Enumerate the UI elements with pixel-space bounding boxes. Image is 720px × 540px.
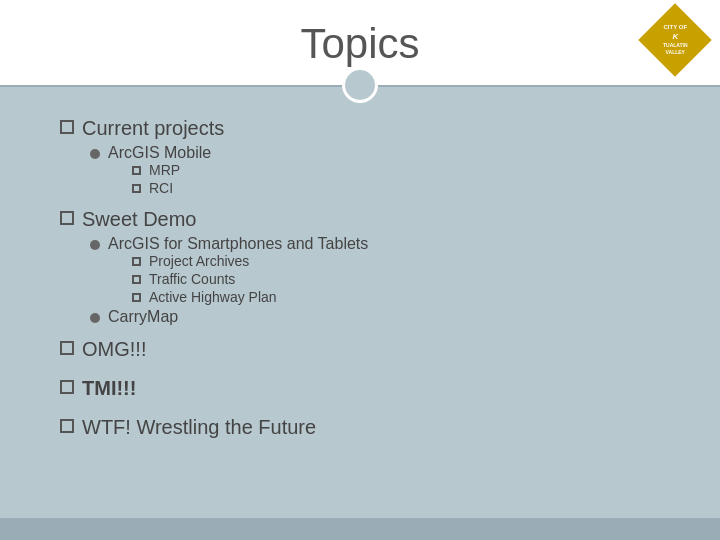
slide-title: Topics <box>300 10 419 68</box>
sub-sub-label: Traffic Counts <box>149 271 235 287</box>
sub-sub-bullet-mrp: MRP <box>132 162 211 178</box>
sub-sub-bullet-active-highway: Active Highway Plan <box>132 289 368 305</box>
bullet-label: Sweet Demo <box>82 208 197 231</box>
logo-diamond: CITY OF K TUALATIN VALLEY <box>638 3 712 77</box>
sub-label: ArcGIS Mobile <box>108 144 211 161</box>
sub-items: ArcGIS for Smartphones and Tablets Proje… <box>90 235 680 326</box>
sub-sub-label: Active Highway Plan <box>149 289 277 305</box>
bullet-square-icon <box>60 211 74 225</box>
slide-content: Current projects ArcGIS Mobile MRP <box>0 87 720 518</box>
bullet-sweet-demo: Sweet Demo ArcGIS for Smartphones and Ta… <box>60 208 680 326</box>
small-square-icon <box>132 257 141 266</box>
header-circle <box>342 67 378 103</box>
sub-items: ArcGIS Mobile MRP RCI <box>90 144 680 196</box>
bullet-square-icon <box>60 120 74 134</box>
slide-header: Topics CITY OF K TUALATIN VALLEY <box>0 0 720 85</box>
bullet-tmi: TMI!!! <box>60 377 680 400</box>
sub-sub-label: RCI <box>149 180 173 196</box>
small-square-icon <box>132 184 141 193</box>
bullet-label: WTF! Wrestling the Future <box>82 416 316 439</box>
logo-text: CITY OF K TUALATIN VALLEY <box>655 24 695 55</box>
bullet-label: OMG!!! <box>82 338 146 361</box>
sub-label: ArcGIS for Smartphones and Tablets <box>108 235 368 252</box>
sub-sub-bullet-project-archives: Project Archives <box>132 253 368 269</box>
sub-sub-bullet-rci: RCI <box>132 180 211 196</box>
logo-area: CITY OF K TUALATIN VALLEY <box>645 10 705 70</box>
tmi-label: TMI!!! <box>82 377 136 400</box>
sub-bullet-carrymap: CarryMap <box>90 308 680 326</box>
small-square-icon <box>132 166 141 175</box>
small-square-icon <box>132 293 141 302</box>
sub-label: CarryMap <box>108 308 178 326</box>
bullet-square-icon <box>60 380 74 394</box>
main-bullet: Sweet Demo <box>60 208 680 231</box>
sub-sub-items: Project Archives Traffic Counts Active H… <box>132 253 368 305</box>
bullet-wtf: WTF! Wrestling the Future <box>60 416 680 439</box>
circle-bullet-icon <box>90 313 100 323</box>
sub-bullet-arcgis-mobile: ArcGIS Mobile MRP RCI <box>90 144 680 196</box>
slide-footer <box>0 518 720 540</box>
bullet-omg: OMG!!! <box>60 338 680 361</box>
small-square-icon <box>132 275 141 284</box>
circle-bullet-icon <box>90 149 100 159</box>
bullet-label: Current projects <box>82 117 224 140</box>
circle-bullet-icon <box>90 240 100 250</box>
bullet-current-projects: Current projects ArcGIS Mobile MRP <box>60 117 680 196</box>
bullet-square-icon <box>60 341 74 355</box>
sub-sub-label: Project Archives <box>149 253 249 269</box>
sub-sub-label: MRP <box>149 162 180 178</box>
sub-bullet-arcgis-smartphones: ArcGIS for Smartphones and Tablets Proje… <box>90 235 680 305</box>
bullet-square-icon <box>60 419 74 433</box>
slide-container: Topics CITY OF K TUALATIN VALLEY Current… <box>0 0 720 540</box>
sub-sub-bullet-traffic-counts: Traffic Counts <box>132 271 368 287</box>
main-bullet: Current projects <box>60 117 680 140</box>
sub-sub-items: MRP RCI <box>132 162 211 196</box>
